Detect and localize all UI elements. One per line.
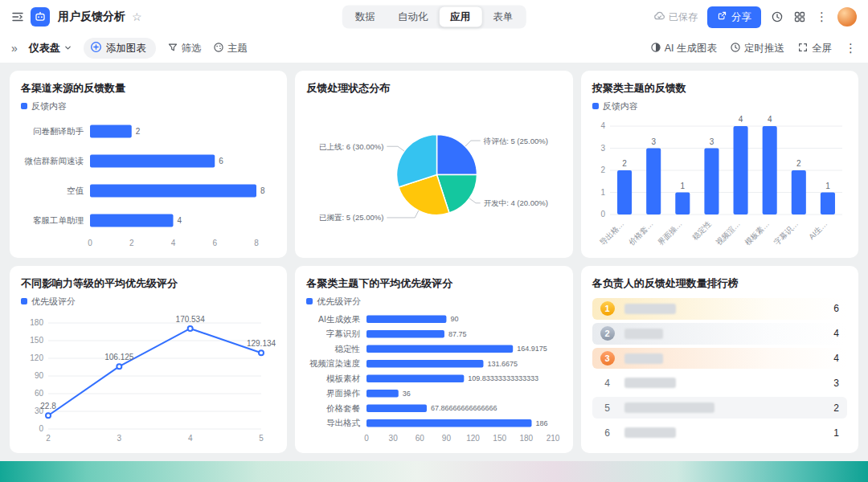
vertical-bar-chart-canvas: 012342导出格…3价格套…1界面操…3稳定性4视频渲…4模板素…2字幕识…1… (592, 113, 847, 248)
svg-text:109.83333333333333: 109.83333333333333 (469, 374, 539, 382)
rank-row[interactable]: 43 (592, 372, 847, 394)
app-logo-icon (31, 7, 50, 27)
tab-app[interactable]: 应用 (439, 7, 481, 27)
scheduled-push-label: 定时推送 (744, 42, 784, 55)
svg-text:170.534: 170.534 (176, 315, 206, 324)
sidebar-toggle-icon[interactable] (11, 10, 24, 23)
toolbar-more-icon[interactable]: ⋮ (845, 41, 857, 55)
favorite-star-icon[interactable]: ☆ (132, 10, 142, 23)
tab-data[interactable]: 数据 (344, 7, 387, 27)
svg-text:22.8: 22.8 (40, 402, 56, 411)
legend-label: 反馈内容 (603, 100, 638, 112)
scheduled-push-button[interactable]: 定时推送 (730, 42, 784, 55)
rank-row[interactable]: 34 (592, 348, 847, 370)
svg-text:36: 36 (403, 390, 411, 398)
svg-text:模板素材: 模板素材 (326, 374, 361, 383)
svg-text:180: 180 (520, 434, 534, 443)
chart-title: 各渠道来源的反馈数量 (21, 80, 276, 96)
theme-palette-icon (213, 42, 224, 55)
legend-swatch (592, 103, 599, 109)
chart-legend: 反馈内容 (21, 100, 276, 112)
share-button[interactable]: 分享 (707, 6, 761, 28)
svg-text:60: 60 (35, 389, 44, 398)
svg-text:1: 1 (680, 182, 685, 190)
chart-title: 不同影响力等级的平均优先级评分 (21, 276, 276, 292)
line-chart-canvas: 0306090120150180234522.8106.125170.53412… (21, 308, 276, 443)
ranking-list: 162434435261 (592, 298, 847, 443)
legend-swatch (306, 298, 313, 304)
avatar[interactable] (837, 7, 857, 27)
chart-card-priority-line[interactable]: 不同影响力等级的平均优先级评分 优先级评分 030609012015018023… (10, 266, 287, 453)
svg-text:1: 1 (825, 182, 830, 190)
theme-label: 主题 (227, 42, 248, 55)
tab-form[interactable]: 表单 (481, 7, 524, 27)
svg-text:2: 2 (136, 127, 141, 136)
medal-icon: 3 (600, 351, 615, 366)
tab-automation[interactable]: 自动化 (387, 7, 440, 27)
svg-text:4: 4 (738, 115, 743, 124)
svg-text:稳定性: 稳定性 (690, 219, 713, 241)
filter-icon (167, 42, 178, 55)
share-icon (717, 10, 727, 23)
svg-text:150: 150 (30, 336, 43, 345)
chart-title: 各负责人的反馈处理数量排行榜 (592, 276, 847, 292)
add-chart-button[interactable]: 添加图表 (84, 38, 156, 59)
legend-label: 优先级评分 (31, 296, 76, 308)
pie-chart-canvas: 待评估: 5 (25.00%)开发中: 4 (20.00%)已搁置: 5 (25… (306, 98, 561, 248)
svg-text:导出格式: 导出格式 (326, 418, 361, 427)
topbar-left: 用户反馈分析 ☆ (11, 7, 142, 27)
page-title: 用户反馈分析 (58, 10, 125, 24)
svg-text:6: 6 (212, 239, 217, 247)
widgets-icon[interactable] (793, 10, 806, 23)
svg-text:界面操…: 界面操… (656, 219, 684, 247)
chart-card-channel-feedback[interactable]: 各渠道来源的反馈数量 反馈内容 02468问卷翻译助手2微信群新闻速读6空值8客… (10, 71, 287, 258)
redacted-owner-name (624, 304, 676, 314)
filter-button[interactable]: 筛选 (167, 42, 202, 55)
svg-text:8: 8 (260, 186, 265, 195)
chart-legend: 反馈内容 (592, 100, 847, 112)
dashboard-selector[interactable]: 仪表盘 (29, 41, 72, 55)
rank-value: 4 (833, 328, 839, 339)
ai-generate-chart-button[interactable]: AI 生成图表 (650, 42, 717, 55)
expand-panel-icon[interactable]: » (11, 42, 18, 55)
redacted-owner-name (624, 353, 663, 364)
plus-circle-icon (90, 41, 102, 55)
svg-text:模板素…: 模板素… (743, 219, 771, 247)
redacted-owner-name (624, 329, 663, 339)
rank-row[interactable]: 24 (592, 323, 847, 345)
chart-title: 反馈处理状态分布 (306, 80, 561, 96)
rank-number: 6 (600, 427, 615, 439)
svg-text:2: 2 (46, 434, 51, 443)
svg-text:5: 5 (259, 434, 264, 443)
more-menu-icon[interactable]: ⋮ (816, 10, 828, 24)
history-icon[interactable] (771, 10, 784, 23)
rank-number: 5 (600, 402, 615, 414)
chart-card-owner-ranking[interactable]: 各负责人的反馈处理数量排行榜 162434435261 (581, 266, 858, 453)
rank-row[interactable]: 61 (592, 422, 847, 443)
chart-title: 各聚类主题下的平均优先级评分 (306, 276, 561, 292)
svg-text:8: 8 (254, 239, 259, 247)
chart-card-topic-count[interactable]: 按聚类主题的反馈数 反馈内容 012342导出格…3价格套…1界面操…3稳定性4… (581, 71, 858, 258)
dashboard-toolbar: » 仪表盘 添加图表 筛选 主题 (0, 34, 868, 63)
svg-text:90: 90 (442, 434, 452, 443)
svg-text:150: 150 (493, 434, 507, 443)
desktop-wallpaper-strip (0, 461, 868, 482)
chart-card-status-pie[interactable]: 反馈处理状态分布 待评估: 5 (25.00%)开发中: 4 (20.00%)已… (295, 71, 572, 258)
svg-text:2: 2 (600, 165, 605, 174)
svg-text:已搁置: 5 (25.00%): 已搁置: 5 (25.00%) (319, 213, 383, 222)
redacted-owner-name (624, 427, 676, 438)
svg-text:视频渲…: 视频渲… (714, 219, 742, 247)
svg-text:价格套餐: 价格套餐 (326, 403, 361, 413)
chevron-down-icon (63, 43, 72, 55)
share-button-label: 分享 (731, 10, 751, 24)
theme-button[interactable]: 主题 (213, 42, 248, 55)
fullscreen-button[interactable]: 全屏 (797, 42, 832, 55)
rank-value: 1 (833, 427, 839, 439)
svg-text:180: 180 (30, 318, 43, 327)
rank-row[interactable]: 52 (592, 397, 847, 419)
chart-card-topic-priority[interactable]: 各聚类主题下的平均优先级评分 优先级评分 0306090120150180210… (295, 266, 572, 453)
charts-grid: 各渠道来源的反馈数量 反馈内容 02468问卷翻译助手2微信群新闻速读6空值8客… (0, 63, 868, 461)
rank-row[interactable]: 16 (592, 298, 847, 320)
topbar-right: 已保存 分享 ⋮ (653, 6, 857, 28)
svg-text:4: 4 (600, 121, 605, 130)
